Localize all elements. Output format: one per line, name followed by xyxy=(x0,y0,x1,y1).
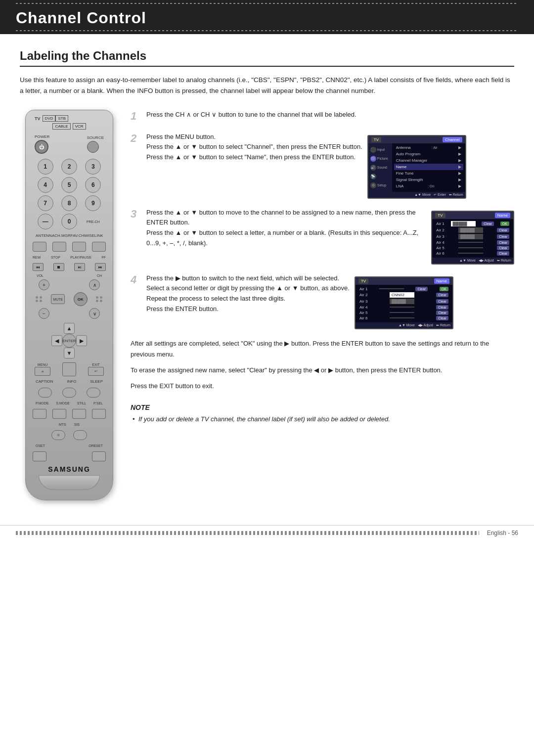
oset-button[interactable] xyxy=(33,451,46,461)
input2-6 xyxy=(390,317,414,318)
step-2-text: Press the MENU button. Press the ▲ or ▼ … xyxy=(146,132,362,163)
psel-button[interactable] xyxy=(92,409,106,419)
ch2-label-6: Air 6 xyxy=(359,316,367,320)
name-rows-container-2: Air 1 Clear OK Air 2 CNN02 Clear xyxy=(356,285,452,322)
ch-down-button[interactable]: ∨ xyxy=(89,308,100,319)
samsung-logo: SAMSUNG xyxy=(31,465,108,473)
caption-button[interactable] xyxy=(38,388,52,398)
name-screen-1: TV Name Air 1 ▓▓▓▓▓ Clear OK xyxy=(431,211,514,265)
power-source-row: POWER ⏻ SOURCE xyxy=(31,133,108,156)
exit-button[interactable]: ↩ xyxy=(88,367,104,376)
ch2-label-4: Air 4 xyxy=(359,305,367,310)
btn-2[interactable]: 2 xyxy=(61,159,77,175)
nav-up-button[interactable]: ▲ xyxy=(64,323,75,334)
info-button[interactable] xyxy=(62,388,76,398)
btn-6[interactable]: 6 xyxy=(85,177,101,193)
mute-button[interactable]: MUTE xyxy=(51,294,65,304)
name2-row-4: Air 4 Clear xyxy=(357,305,450,310)
mode-labels: P.MODE S.MODE STILL P.SEL xyxy=(31,400,108,406)
menu-exit-row: MENU ≡ EXIT ↩ xyxy=(31,361,108,377)
rew-button[interactable]: ⏮ xyxy=(33,263,44,271)
menu-lna-val: : On xyxy=(428,184,434,188)
mute-row: MUTE OK xyxy=(31,292,108,306)
mts-button[interactable]: ⊙ xyxy=(51,430,65,440)
nav-display xyxy=(62,362,76,376)
bottom-btns-row xyxy=(31,387,108,399)
play-pause-label: PLAY/PAUSE xyxy=(70,256,91,259)
after-step-2: To erase the assigned new name, select "… xyxy=(131,365,514,376)
btn-9[interactable]: 9 xyxy=(85,195,101,211)
btn-dash[interactable]: — xyxy=(38,214,53,229)
play-pause-button[interactable]: ⏯ xyxy=(74,263,85,271)
input-4 xyxy=(458,242,483,243)
menu-name-label: Name xyxy=(396,165,406,169)
menu-fine-tune: Fine Tune ▶ xyxy=(394,170,463,177)
name-screen-2-header: TV Name xyxy=(356,277,452,285)
remote-top-labels-row: TV DVD STB xyxy=(31,115,108,122)
ff-button[interactable]: ⏭ xyxy=(95,263,106,271)
oreset-button[interactable] xyxy=(92,451,106,461)
btn-4[interactable]: 4 xyxy=(38,177,53,193)
btn-3[interactable]: 3 xyxy=(85,159,101,175)
btn-1[interactable]: 1 xyxy=(38,159,53,175)
antenna-button[interactable] xyxy=(33,242,46,252)
source-button[interactable] xyxy=(87,141,99,153)
menu-antenna-arrow: ▶ xyxy=(458,145,461,150)
name2-row-3: Air 3 ▓▓▓▓▓ Clear xyxy=(357,298,450,305)
stop-button[interactable]: ⏹ xyxy=(53,263,64,271)
power-button[interactable]: ⏻ xyxy=(35,140,48,154)
step-4-block: 4 Press the ▶ button to switch to the ne… xyxy=(131,273,514,329)
step-2-block: 2 Press the MENU button. Press the ▲ or … xyxy=(131,132,514,199)
smode-button[interactable] xyxy=(52,409,66,419)
name-footer-return: ⬅ Return xyxy=(497,259,511,263)
note-title: NOTE xyxy=(131,403,514,411)
step-1-content: Press the CH ∧ or CH ∨ button to tune to… xyxy=(146,110,514,120)
btn-7[interactable]: 7 xyxy=(38,195,53,211)
sis-button[interactable] xyxy=(73,430,87,440)
ch2-label-2: Air 2 xyxy=(359,293,367,297)
menu-sidebar: ⬛ Input 🖼 Picture 🔊 So xyxy=(368,143,392,192)
name2-row-5: Air 5 Clear xyxy=(357,310,450,315)
menu-button[interactable]: ≡ xyxy=(35,367,50,376)
vol-up-button[interactable]: + xyxy=(39,279,49,290)
channel-menu-screen: TV Channel ⬛ Input xyxy=(367,135,466,199)
header-bar: Channel Control xyxy=(0,0,534,34)
nav-left-button[interactable]: ◀ xyxy=(51,335,62,346)
mts-sis-btns: ⊙ xyxy=(31,429,108,441)
caption-label: CAPTION xyxy=(36,379,53,384)
name-row-6: Air 6 Clear xyxy=(434,251,511,256)
enter-button[interactable]: ENTER xyxy=(62,334,76,348)
name-row-2: Air 2 ▓▓▓▓▓ Clear xyxy=(434,227,511,233)
func-labels-row: ANTENNA CH.MGR FAV.CH WISELINK xyxy=(31,232,108,239)
sidebar-channel: 📡 xyxy=(368,172,392,181)
name2-tab-active: Name xyxy=(434,278,449,284)
menu-auto-program: Auto Program ▶ xyxy=(394,151,463,157)
wiselink-button[interactable] xyxy=(92,242,106,252)
menu-signal-strength: Signal Strength ▶ xyxy=(394,177,463,183)
nav-down-button[interactable]: ▼ xyxy=(64,348,75,358)
step-2-content: Press the MENU button. Press the ▲ or ▼ … xyxy=(146,132,514,199)
btn-8[interactable]: 8 xyxy=(61,195,77,211)
ch-up-button[interactable]: ∧ xyxy=(89,279,100,290)
menu-channel-manager-arrow: ▶ xyxy=(458,158,461,163)
vol-down-button[interactable]: − xyxy=(39,308,49,319)
menu-name: Name ▶ xyxy=(394,164,463,170)
still-button[interactable] xyxy=(72,409,86,419)
mts-label: MTS xyxy=(59,423,66,426)
pmode-button[interactable] xyxy=(33,409,46,419)
oset-btns xyxy=(31,450,108,462)
chmgr-button[interactable] xyxy=(52,242,66,252)
favch-button[interactable] xyxy=(72,242,86,252)
nav-right-button[interactable]: ▶ xyxy=(76,335,87,346)
btn-5[interactable]: 5 xyxy=(61,177,77,193)
clear-btn-3: Clear xyxy=(497,234,509,239)
sleep-button[interactable] xyxy=(87,388,100,398)
mts-sis-labels: MTS SIS xyxy=(31,422,108,427)
input-1: ▓▓▓▓▓ xyxy=(451,221,476,226)
stop-label: STOP xyxy=(51,256,60,259)
btn-0[interactable]: 0 xyxy=(61,214,77,229)
ch-label-3: Air 3 xyxy=(436,234,444,239)
ok-button[interactable]: OK xyxy=(74,292,88,306)
clear2-btn-5: Clear xyxy=(436,311,448,315)
sidebar-setup: ⚙ Setup xyxy=(368,181,392,190)
